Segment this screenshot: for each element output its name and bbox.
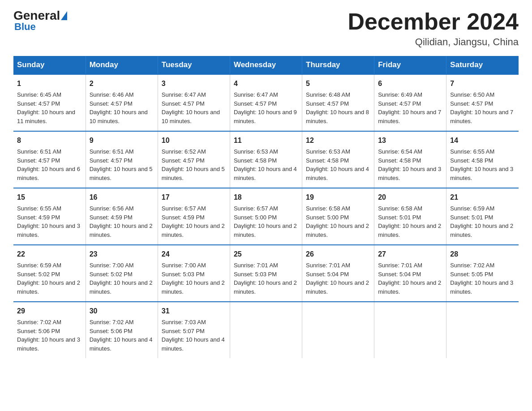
day-sunset: Sunset: 5:00 PM <box>306 214 349 221</box>
calendar-cell: 14 Sunrise: 6:55 AM Sunset: 4:58 PM Dayl… <box>446 131 519 188</box>
day-sunset: Sunset: 4:58 PM <box>378 157 421 164</box>
day-sunset: Sunset: 5:07 PM <box>162 328 205 334</box>
calendar-cell: 25 Sunrise: 7:01 AM Sunset: 5:03 PM Dayl… <box>230 245 302 302</box>
day-header-monday: Monday <box>86 56 158 74</box>
calendar-cell: 28 Sunrise: 7:02 AM Sunset: 5:05 PM Dayl… <box>446 245 519 302</box>
logo-triangle-icon <box>61 11 67 20</box>
day-sunset: Sunset: 4:58 PM <box>306 157 349 164</box>
calendar-cell: 8 Sunrise: 6:51 AM Sunset: 4:57 PM Dayli… <box>13 131 86 188</box>
day-header-thursday: Thursday <box>302 56 374 74</box>
day-daylight: Daylight: 10 hours and 10 minutes. <box>162 109 220 124</box>
day-number: 16 <box>90 192 154 203</box>
day-header-friday: Friday <box>374 56 446 74</box>
calendar-subtitle: Qilidian, Jiangsu, China <box>348 36 519 48</box>
day-number: 22 <box>17 249 82 260</box>
day-sunrise: Sunrise: 6:57 AM <box>234 205 278 212</box>
day-daylight: Daylight: 10 hours and 3 minutes. <box>450 166 513 181</box>
day-number: 23 <box>90 249 154 260</box>
page-header: General Blue December 2024 Qilidian, Jia… <box>13 9 519 48</box>
day-number: 10 <box>162 135 226 146</box>
day-sunrise: Sunrise: 7:03 AM <box>162 319 206 325</box>
calendar-table: SundayMondayTuesdayWednesdayThursdayFrid… <box>13 56 519 358</box>
day-sunset: Sunset: 4:58 PM <box>234 157 277 164</box>
day-sunset: Sunset: 5:06 PM <box>17 328 60 334</box>
day-daylight: Daylight: 10 hours and 5 minutes. <box>162 166 225 181</box>
day-sunset: Sunset: 4:59 PM <box>90 214 133 221</box>
day-number: 29 <box>17 306 82 317</box>
day-number: 17 <box>162 192 226 203</box>
day-number: 31 <box>162 306 226 317</box>
day-number: 26 <box>306 249 370 260</box>
day-sunrise: Sunrise: 7:01 AM <box>234 262 278 269</box>
day-daylight: Daylight: 10 hours and 7 minutes. <box>378 109 441 124</box>
calendar-cell: 26 Sunrise: 7:01 AM Sunset: 5:04 PM Dayl… <box>302 245 374 302</box>
day-header-tuesday: Tuesday <box>158 56 230 74</box>
day-sunset: Sunset: 5:00 PM <box>234 214 277 221</box>
title-block: December 2024 Qilidian, Jiangsu, China <box>348 9 519 48</box>
day-daylight: Daylight: 10 hours and 2 minutes. <box>90 223 153 238</box>
calendar-cell: 5 Sunrise: 6:48 AM Sunset: 4:57 PM Dayli… <box>302 74 374 131</box>
day-sunset: Sunset: 4:57 PM <box>90 100 133 107</box>
day-sunset: Sunset: 4:59 PM <box>17 214 60 221</box>
day-sunrise: Sunrise: 6:55 AM <box>450 148 494 155</box>
calendar-cell <box>374 302 446 358</box>
day-daylight: Daylight: 10 hours and 8 minutes. <box>306 109 369 124</box>
day-daylight: Daylight: 10 hours and 4 minutes. <box>306 166 369 181</box>
calendar-cell: 31 Sunrise: 7:03 AM Sunset: 5:07 PM Dayl… <box>158 302 230 358</box>
day-sunrise: Sunrise: 6:51 AM <box>90 148 134 155</box>
day-sunrise: Sunrise: 6:54 AM <box>378 148 422 155</box>
day-daylight: Daylight: 10 hours and 2 minutes. <box>162 223 225 238</box>
day-daylight: Daylight: 10 hours and 3 minutes. <box>17 223 80 238</box>
day-sunrise: Sunrise: 6:47 AM <box>234 91 278 98</box>
calendar-cell: 7 Sunrise: 6:50 AM Sunset: 4:57 PM Dayli… <box>446 74 519 131</box>
calendar-week-row: 15 Sunrise: 6:55 AM Sunset: 4:59 PM Dayl… <box>13 188 519 245</box>
day-sunrise: Sunrise: 7:00 AM <box>162 262 206 269</box>
day-daylight: Daylight: 10 hours and 2 minutes. <box>162 279 225 295</box>
calendar-cell: 9 Sunrise: 6:51 AM Sunset: 4:57 PM Dayli… <box>86 131 158 188</box>
day-daylight: Daylight: 10 hours and 2 minutes. <box>17 279 80 295</box>
day-sunset: Sunset: 4:57 PM <box>378 100 421 107</box>
day-header-sunday: Sunday <box>13 56 86 74</box>
day-sunrise: Sunrise: 6:47 AM <box>162 91 206 98</box>
day-sunrise: Sunrise: 6:45 AM <box>17 91 61 98</box>
day-sunset: Sunset: 5:04 PM <box>306 271 349 278</box>
calendar-cell: 19 Sunrise: 6:58 AM Sunset: 5:00 PM Dayl… <box>302 188 374 245</box>
day-sunset: Sunset: 4:57 PM <box>162 157 205 164</box>
calendar-week-row: 8 Sunrise: 6:51 AM Sunset: 4:57 PM Dayli… <box>13 131 519 188</box>
day-number: 13 <box>378 135 442 146</box>
logo: General Blue <box>13 9 67 33</box>
day-number: 11 <box>234 135 298 146</box>
day-daylight: Daylight: 10 hours and 2 minutes. <box>450 223 513 238</box>
day-daylight: Daylight: 10 hours and 7 minutes. <box>450 109 513 124</box>
calendar-cell: 27 Sunrise: 7:01 AM Sunset: 5:04 PM Dayl… <box>374 245 446 302</box>
day-number: 12 <box>306 135 370 146</box>
calendar-cell: 3 Sunrise: 6:47 AM Sunset: 4:57 PM Dayli… <box>158 74 230 131</box>
day-number: 14 <box>450 135 515 146</box>
day-sunrise: Sunrise: 6:49 AM <box>378 91 422 98</box>
calendar-title: December 2024 <box>348 9 519 34</box>
calendar-cell <box>230 302 302 358</box>
day-sunset: Sunset: 5:01 PM <box>378 214 421 221</box>
day-daylight: Daylight: 10 hours and 4 minutes. <box>234 166 297 181</box>
day-daylight: Daylight: 10 hours and 3 minutes. <box>17 336 80 352</box>
calendar-cell: 12 Sunrise: 6:53 AM Sunset: 4:58 PM Dayl… <box>302 131 374 188</box>
day-sunrise: Sunrise: 6:50 AM <box>450 91 494 98</box>
day-number: 8 <box>17 135 82 146</box>
day-daylight: Daylight: 10 hours and 4 minutes. <box>90 336 153 352</box>
day-number: 15 <box>17 192 82 203</box>
day-sunrise: Sunrise: 6:57 AM <box>162 205 206 212</box>
day-sunset: Sunset: 5:02 PM <box>17 271 60 278</box>
day-daylight: Daylight: 10 hours and 4 minutes. <box>162 336 225 352</box>
day-header-wednesday: Wednesday <box>230 56 302 74</box>
day-number: 4 <box>234 78 298 89</box>
day-sunrise: Sunrise: 6:53 AM <box>234 148 278 155</box>
day-sunset: Sunset: 5:03 PM <box>162 271 205 278</box>
day-number: 25 <box>234 249 298 260</box>
day-header-saturday: Saturday <box>446 56 519 74</box>
calendar-cell: 4 Sunrise: 6:47 AM Sunset: 4:57 PM Dayli… <box>230 74 302 131</box>
day-daylight: Daylight: 10 hours and 3 minutes. <box>450 279 513 295</box>
day-number: 28 <box>450 249 515 260</box>
day-sunset: Sunset: 5:06 PM <box>90 328 133 334</box>
day-daylight: Daylight: 10 hours and 2 minutes. <box>234 279 297 295</box>
day-number: 21 <box>450 192 515 203</box>
